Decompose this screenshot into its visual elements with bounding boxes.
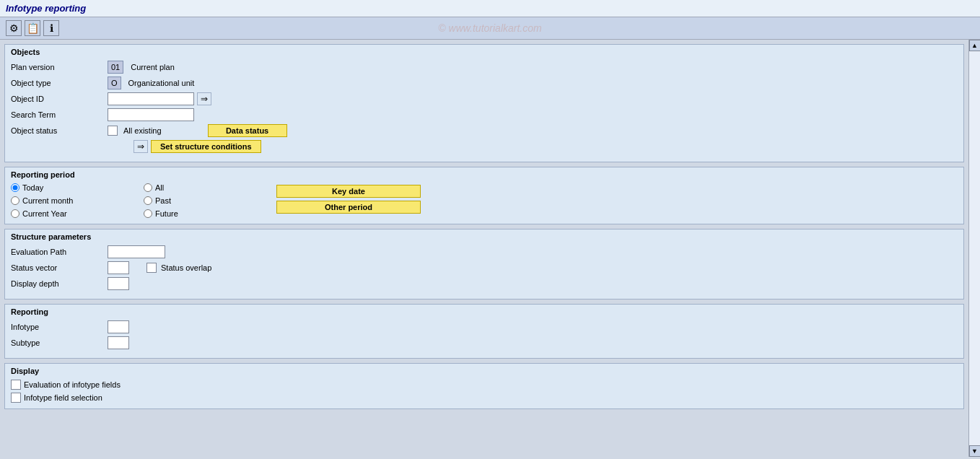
object-type-row: Object type O Organizational unit — [11, 76, 958, 89]
object-id-row: Object ID ⇒ — [11, 92, 958, 105]
eval-infotype-checkbox[interactable] — [11, 380, 21, 390]
radio-today[interactable] — [11, 183, 19, 192]
scroll-up-arrow[interactable]: ▲ — [969, 40, 981, 51]
object-type-text: Organizational unit — [128, 79, 195, 87]
subtype-input[interactable] — [108, 336, 129, 349]
subtype-label: Subtype — [11, 338, 105, 347]
eval-infotype-row: Evaluation of infotype fields — [11, 380, 958, 390]
title-bar: Infotype reporting — [0, 0, 980, 17]
object-status-label: Object status — [11, 126, 105, 135]
rp-col-middle: All Past Future — [144, 183, 274, 218]
object-status-checkbox[interactable] — [108, 126, 118, 136]
evaluation-path-row: Evaluation Path — [11, 245, 958, 258]
objects-section: Objects Plan version 01 Current plan Obj… — [4, 44, 964, 162]
object-id-label: Object ID — [11, 95, 105, 103]
plan-version-label: Plan version — [11, 63, 105, 71]
search-term-input[interactable] — [108, 108, 194, 121]
radio-future-row[interactable]: Future — [144, 209, 274, 218]
reporting-section: Reporting Infotype Subtype — [4, 304, 964, 359]
evaluation-path-input[interactable] — [108, 245, 165, 258]
data-status-button[interactable]: Data status — [208, 124, 287, 137]
infotype-label: Infotype — [11, 323, 105, 331]
status-vector-label: Status vector — [11, 263, 105, 272]
radio-current-year-row[interactable]: Current Year — [11, 209, 141, 218]
toolbar-btn-3[interactable]: ℹ — [43, 20, 59, 36]
infotype-row: Infotype — [11, 320, 958, 333]
form-area: Objects Plan version 01 Current plan Obj… — [0, 40, 968, 457]
status-overlap-label: Status overlap — [161, 263, 211, 272]
structure-parameters-section: Structure parameters Evaluation Path Sta… — [4, 229, 964, 300]
radio-today-label: Today — [22, 183, 43, 192]
display-section-title: Display — [11, 367, 958, 375]
radio-past[interactable] — [144, 196, 152, 205]
radio-future-label: Future — [155, 209, 178, 218]
radio-all-label: All — [155, 183, 164, 192]
infotype-field-sel-checkbox[interactable] — [11, 393, 21, 403]
set-structure-arrow[interactable]: ⇒ — [134, 140, 148, 153]
radio-all[interactable] — [144, 183, 152, 192]
watermark: © www.tutorialkart.com — [438, 22, 541, 34]
object-id-input[interactable] — [108, 92, 194, 105]
rp-col-buttons: Key date Other period — [276, 183, 421, 214]
radio-all-row[interactable]: All — [144, 183, 274, 192]
display-depth-label: Display depth — [11, 279, 105, 288]
eval-infotype-label: Evaluation of infotype fields — [24, 380, 121, 389]
toolbar-btn-1[interactable]: ⚙ — [6, 20, 22, 36]
infotype-field-sel-label: Infotype field selection — [24, 393, 102, 402]
object-status-text: All existing — [123, 126, 162, 135]
reporting-section-title: Reporting — [11, 307, 958, 316]
status-overlap-checkbox[interactable] — [146, 263, 157, 273]
infotype-input[interactable] — [108, 320, 129, 333]
radio-current-month[interactable] — [11, 196, 19, 205]
status-vector-row: Status vector Status overlap — [11, 261, 958, 274]
objects-section-title: Objects — [11, 48, 958, 56]
radio-past-row[interactable]: Past — [144, 196, 274, 205]
reporting-period-title: Reporting period — [11, 170, 958, 179]
structure-params-title: Structure parameters — [11, 232, 958, 241]
radio-current-year[interactable] — [11, 209, 19, 218]
page-title: Infotype reporting — [6, 3, 86, 14]
reporting-period-grid: Today Current month Current Year All — [11, 183, 958, 218]
object-type-badge: O — [108, 76, 121, 89]
radio-past-label: Past — [155, 196, 171, 205]
toolbar-btn-2[interactable]: 📋 — [25, 20, 40, 36]
display-section: Display Evaluation of infotype fields In… — [4, 363, 964, 409]
display-depth-row: Display depth — [11, 277, 958, 290]
search-term-label: Search Term — [11, 110, 105, 119]
object-status-row: Object status All existing Data status — [11, 124, 958, 137]
status-vector-input[interactable] — [108, 261, 129, 274]
evaluation-path-label: Evaluation Path — [11, 248, 105, 256]
scroll-down-arrow[interactable]: ▼ — [969, 445, 981, 457]
infotype-field-sel-row: Infotype field selection — [11, 393, 958, 403]
plan-version-badge: 01 — [108, 61, 123, 74]
other-period-button[interactable]: Other period — [276, 201, 421, 214]
radio-current-year-label: Current Year — [22, 209, 67, 218]
subtype-row: Subtype — [11, 336, 958, 349]
set-structure-row: ⇒ Set structure conditions — [134, 140, 958, 153]
object-id-arrow-btn[interactable]: ⇒ — [197, 92, 211, 105]
radio-current-month-label: Current month — [22, 196, 73, 205]
radio-today-row[interactable]: Today — [11, 183, 141, 192]
toolbar: ⚙ 📋 ℹ © www.tutorialkart.com — [0, 17, 980, 40]
radio-future[interactable] — [144, 209, 152, 218]
plan-version-row: Plan version 01 Current plan — [11, 61, 958, 74]
radio-current-month-row[interactable]: Current month — [11, 196, 141, 205]
scroll-track — [969, 51, 981, 445]
search-term-row: Search Term — [11, 108, 958, 121]
key-date-button[interactable]: Key date — [276, 185, 421, 198]
set-structure-button[interactable]: Set structure conditions — [151, 140, 261, 153]
scrollbar-right[interactable]: ▲ ▼ — [968, 40, 980, 457]
plan-version-text: Current plan — [131, 63, 175, 71]
display-depth-input[interactable] — [108, 277, 129, 290]
object-type-label: Object type — [11, 79, 105, 87]
reporting-period-section: Reporting period Today Current month Cur… — [4, 167, 964, 224]
rp-col-left: Today Current month Current Year — [11, 183, 141, 218]
